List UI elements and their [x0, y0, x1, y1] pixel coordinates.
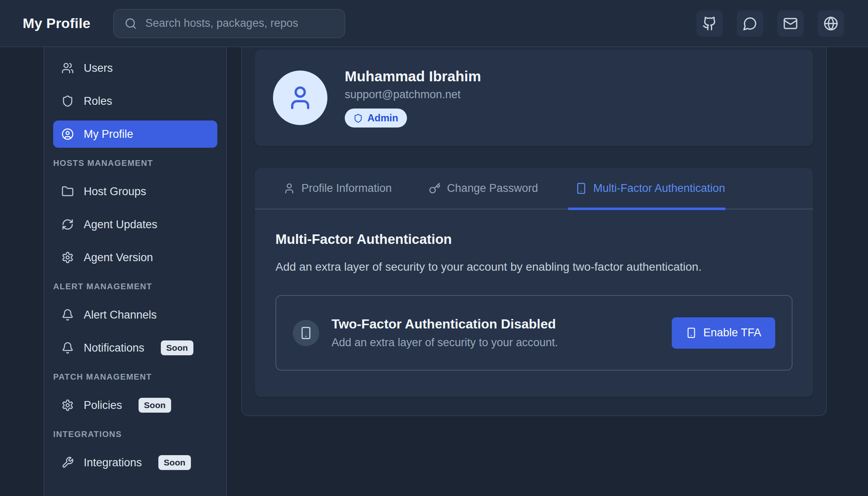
sidebar-item-label: Agent Updates	[84, 218, 158, 231]
sidebar-section-hosts-management: HOSTS MANAGEMENT	[53, 158, 217, 168]
profile-header-card: Muhammad Ibrahim support@patchmon.net Ad…	[255, 50, 813, 146]
sidebar-item-label: Host Groups	[84, 185, 146, 198]
tab-label: Profile Information	[301, 182, 392, 195]
tfa-status-icon-circle	[293, 320, 319, 346]
settings-sidebar: UsersRolesMy ProfileHOSTS MANAGEMENTHost…	[44, 47, 227, 496]
tab-profile-information[interactable]: Profile Information	[283, 168, 392, 209]
bell-icon	[61, 342, 74, 354]
mail-icon	[783, 16, 798, 31]
sidebar-item-policies[interactable]: PoliciesSoon	[53, 392, 217, 419]
sidebar-item-integrations[interactable]: IntegrationsSoon	[53, 449, 217, 476]
sidebar-item-users[interactable]: Users	[53, 54, 217, 82]
profile-info: Muhammad Ibrahim support@patchmon.net Ad…	[345, 68, 481, 128]
smartphone-icon	[686, 327, 697, 338]
search-input[interactable]	[144, 17, 334, 30]
gear-icon	[61, 399, 74, 411]
mfa-description: Add an extra layer of security to your a…	[275, 260, 793, 274]
sidebar-item-label: Integrations	[84, 456, 142, 469]
profile-email: support@patchmon.net	[345, 88, 481, 101]
soon-badge: Soon	[161, 340, 193, 355]
sidebar-item-label: Policies	[84, 399, 122, 412]
shield-icon	[61, 95, 74, 107]
shield-icon	[353, 113, 363, 123]
enable-tfa-label: Enable TFA	[703, 326, 761, 339]
sidebar-item-label: Agent Version	[84, 251, 153, 264]
key-icon	[429, 182, 441, 194]
tfa-status-texts: Two-Factor Authentication Disabled Add a…	[332, 316, 558, 349]
tfa-status-subtitle: Add an extra layer of security to your a…	[332, 336, 558, 349]
users-icon	[61, 62, 74, 74]
tab-change-password[interactable]: Change Password	[429, 168, 538, 209]
mail-button[interactable]	[777, 10, 804, 37]
role-badge: Admin	[345, 109, 407, 128]
circle-user-icon	[61, 128, 74, 140]
tfa-status-card: Two-Factor Authentication Disabled Add a…	[275, 295, 793, 371]
mfa-tab-content: Multi-Factor Authentication Add an extra…	[255, 209, 813, 397]
sidebar-section-integrations: INTEGRATIONS	[53, 429, 217, 439]
top-header: My Profile	[0, 0, 868, 47]
sidebar-item-alert-channels[interactable]: Alert Channels	[53, 301, 217, 328]
profile-name: Muhammad Ibrahim	[345, 68, 481, 85]
sidebar-item-host-groups[interactable]: Host Groups	[53, 178, 217, 205]
refresh-icon	[61, 218, 74, 231]
header-actions	[696, 10, 844, 37]
folder-icon	[61, 185, 74, 198]
tab-label: Multi-Factor Authentication	[593, 182, 725, 195]
sidebar-item-label: Roles	[84, 95, 112, 108]
sidebar-section-patch-management: PATCH MANAGEMENT	[53, 371, 217, 382]
message-circle-button[interactable]	[737, 10, 763, 37]
gear-icon	[61, 251, 74, 264]
settings-tabs-card: Profile InformationChange PasswordMulti-…	[255, 168, 813, 397]
sidebar-item-agent-updates[interactable]: Agent Updates	[53, 211, 217, 238]
bell-icon	[61, 309, 74, 321]
page-title: My Profile	[23, 15, 90, 31]
sidebar-item-roles[interactable]: Roles	[53, 87, 217, 115]
avatar	[273, 71, 327, 125]
tab-multi-factor-authentication[interactable]: Multi-Factor Authentication	[575, 168, 725, 209]
sidebar-item-label: Alert Channels	[84, 309, 157, 321]
sidebar-item-notifications[interactable]: NotificationsSoon	[53, 334, 217, 361]
main-content-frame: Muhammad Ibrahim support@patchmon.net Ad…	[241, 47, 827, 416]
tfa-status-title: Two-Factor Authentication Disabled	[332, 316, 558, 332]
role-badge-label: Admin	[367, 112, 398, 124]
soon-badge: Soon	[139, 398, 171, 412]
sidebar-item-label: Users	[84, 62, 113, 75]
smartphone-icon	[299, 326, 313, 340]
globe-icon	[823, 16, 838, 31]
sidebar-section-alert-management: ALERT MANAGEMENT	[53, 281, 217, 292]
wrench-icon	[61, 456, 74, 469]
message-circle-icon	[743, 16, 757, 31]
sidebar-item-label: My Profile	[84, 128, 133, 141]
sidebar-item-agent-version[interactable]: Agent Version	[53, 244, 217, 271]
github-button[interactable]	[696, 10, 723, 37]
globe-button[interactable]	[818, 10, 844, 37]
global-search	[113, 9, 345, 38]
tab-label: Change Password	[447, 182, 538, 195]
sidebar-item-label: Notifications	[84, 342, 144, 354]
sidebar-item-my-profile[interactable]: My Profile	[53, 120, 217, 148]
soon-badge: Soon	[158, 455, 191, 470]
smartphone-icon	[575, 182, 587, 194]
mfa-heading: Multi-Factor Authentication	[275, 231, 793, 247]
github-icon	[702, 16, 717, 31]
tabs-row: Profile InformationChange PasswordMulti-…	[255, 168, 813, 209]
user-icon	[283, 182, 295, 194]
search-icon	[125, 17, 137, 30]
user-icon	[287, 84, 314, 111]
left-rail	[0, 47, 44, 496]
enable-tfa-button[interactable]: Enable TFA	[672, 317, 775, 349]
